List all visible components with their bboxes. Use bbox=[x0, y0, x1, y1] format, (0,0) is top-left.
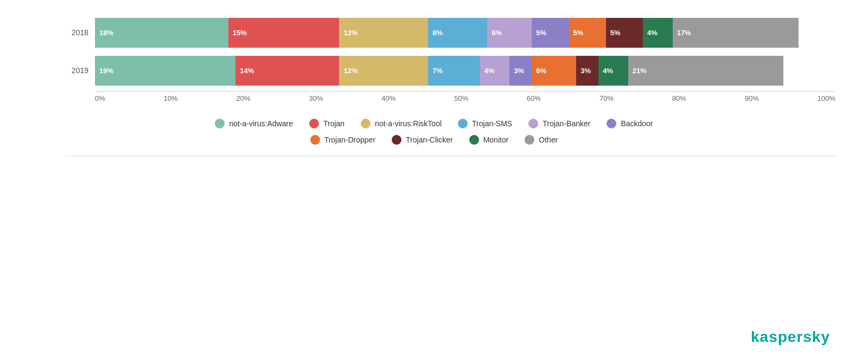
legend-label-r2-1: Trojan-Clicker bbox=[406, 135, 453, 144]
legend-label-r2-0: Trojan-Dropper bbox=[324, 135, 375, 144]
legend-dot-4 bbox=[528, 119, 538, 128]
bar-segment-2019-7: 3% bbox=[576, 56, 598, 86]
bar-segment-2019-0: 19% bbox=[95, 56, 235, 86]
legend-dot-1 bbox=[309, 119, 319, 128]
bar-segment-2019-6: 6% bbox=[532, 56, 576, 86]
bar-segment-2018-0: 18% bbox=[95, 18, 228, 48]
legend-row-1: not-a-virus:AdwareTrojannot-a-virus:Risk… bbox=[215, 119, 653, 128]
x-label-5: 50% bbox=[454, 94, 468, 102]
legend-dot-r2-3 bbox=[525, 135, 534, 145]
x-label-10: 100% bbox=[818, 94, 835, 102]
logo-container: kaspersky bbox=[751, 328, 830, 346]
x-label-9: 90% bbox=[745, 94, 759, 102]
kaspersky-logo: kaspersky bbox=[751, 328, 830, 345]
legend-item-r2-3: Other bbox=[525, 135, 558, 145]
bar-segment-2018-4: 6% bbox=[487, 18, 532, 48]
bar-segment-2018-8: 4% bbox=[643, 18, 673, 48]
bar-row-2019: 2019 19%14%12%7%4%3%6%3%4%21% bbox=[65, 54, 835, 87]
legend-item-2: not-a-virus:RiskTool bbox=[361, 119, 442, 128]
legend-label-r2-2: Monitor bbox=[483, 135, 509, 144]
legend-item-5: Backdoor bbox=[607, 119, 653, 128]
bar-segment-2018-1: 15% bbox=[228, 18, 340, 48]
legend-dot-r2-0 bbox=[310, 135, 320, 145]
bar-segment-2018-6: 5% bbox=[569, 18, 606, 48]
bar-row-2018: 2018 18%15%12%8%6%5%5%5%4%17% bbox=[65, 16, 835, 49]
x-label-7: 70% bbox=[599, 94, 614, 102]
x-label-8: 80% bbox=[672, 94, 686, 102]
legend-dot-0 bbox=[215, 119, 225, 128]
legend-label-5: Backdoor bbox=[621, 119, 653, 128]
x-axis: 0%10%20%30%40%50%60%70%80%90%100% bbox=[95, 91, 835, 102]
bar-segment-2018-3: 8% bbox=[428, 18, 487, 48]
bar-segment-2019-3: 7% bbox=[428, 56, 480, 86]
bar-segment-2018-2: 12% bbox=[339, 18, 428, 48]
x-axis-line bbox=[95, 91, 835, 92]
legend-item-3: Trojan-SMS bbox=[458, 119, 512, 128]
legend-dot-3 bbox=[458, 119, 468, 128]
bar-segment-2019-8: 4% bbox=[598, 56, 628, 86]
legend-item-4: Trojan-Banker bbox=[528, 119, 590, 128]
legend-item-0: not-a-virus:Adware bbox=[215, 119, 293, 128]
bar-2018: 18%15%12%8%6%5%5%5%4%17% bbox=[95, 18, 835, 48]
bar-segment-2019-9: 21% bbox=[628, 56, 784, 86]
legend-label-1: Trojan bbox=[323, 119, 344, 128]
bar-segment-2019-4: 4% bbox=[480, 56, 510, 86]
bar-2019: 19%14%12%7%4%3%6%3%4%21% bbox=[95, 56, 835, 86]
legend-dot-r2-1 bbox=[392, 135, 401, 145]
x-label-2: 20% bbox=[237, 94, 251, 102]
legend-dot-5 bbox=[607, 119, 616, 128]
bar-section: 2018 18%15%12%8%6%5%5%5%4%17% 2019 19%14… bbox=[65, 16, 835, 87]
legend-item-1: Trojan bbox=[309, 119, 344, 128]
x-label-4: 40% bbox=[381, 94, 395, 102]
bar-segment-2019-1: 14% bbox=[235, 56, 339, 86]
divider-line bbox=[65, 156, 835, 156]
legend-label-2: not-a-virus:RiskTool bbox=[375, 119, 442, 128]
bar-segment-2018-9: 17% bbox=[673, 18, 799, 48]
x-label-3: 30% bbox=[309, 94, 323, 102]
legend-label-4: Trojan-Banker bbox=[542, 119, 590, 128]
x-labels: 0%10%20%30%40%50%60%70%80%90%100% bbox=[95, 91, 835, 102]
x-label-0: 0% bbox=[95, 94, 105, 102]
x-label-1: 10% bbox=[164, 94, 178, 102]
bar-segment-2019-2: 12% bbox=[339, 56, 428, 86]
legend: not-a-virus:AdwareTrojannot-a-virus:Risk… bbox=[33, 119, 835, 145]
legend-item-r2-0: Trojan-Dropper bbox=[310, 135, 375, 145]
legend-dot-r2-2 bbox=[469, 135, 479, 145]
legend-label-3: Trojan-SMS bbox=[472, 119, 512, 128]
legend-item-r2-2: Monitor bbox=[469, 135, 509, 145]
legend-row-2: Trojan-DropperTrojan-ClickerMonitorOther bbox=[310, 135, 558, 145]
legend-label-0: not-a-virus:Adware bbox=[229, 119, 293, 128]
legend-dot-2 bbox=[361, 119, 371, 128]
x-label-6: 60% bbox=[527, 94, 541, 102]
bar-segment-2019-5: 3% bbox=[509, 56, 532, 86]
year-label-2019: 2019 bbox=[65, 66, 95, 75]
legend-label-r2-3: Other bbox=[539, 135, 558, 144]
year-label-2018: 2018 bbox=[65, 28, 95, 37]
bar-segment-2018-5: 5% bbox=[532, 18, 569, 48]
bar-segment-2018-7: 5% bbox=[606, 18, 643, 48]
chart-container: 2018 18%15%12%8%6%5%5%5%4%17% 2019 19%14… bbox=[33, 16, 835, 145]
legend-item-r2-1: Trojan-Clicker bbox=[392, 135, 453, 145]
